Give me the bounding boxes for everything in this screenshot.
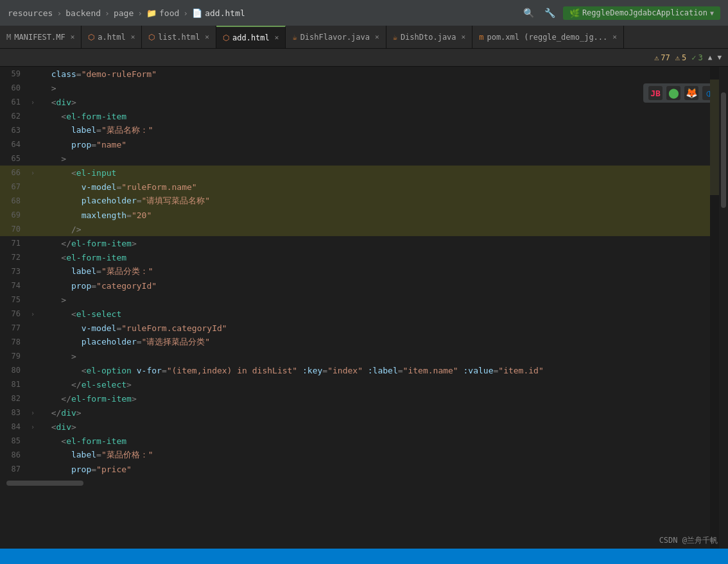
line-num-61: 61 bbox=[0, 98, 27, 107]
code-line-61: 61 › <div> bbox=[0, 95, 710, 109]
fold-61[interactable]: › bbox=[27, 99, 39, 106]
line-content-70: /> bbox=[39, 225, 710, 234]
line-num-65: 65 bbox=[0, 154, 27, 163]
code-line-81: 81 </el-select> bbox=[0, 377, 710, 391]
line-content-73: label="菜品分类：" bbox=[39, 266, 710, 277]
line-num-79: 79 bbox=[0, 352, 27, 361]
line-num-74: 74 bbox=[0, 281, 27, 290]
run-config-label: ReggleDemoJgdabcApplication bbox=[582, 8, 707, 17]
line-num-69: 69 bbox=[0, 210, 27, 219]
line-content-85: <el-form-item bbox=[39, 436, 710, 446]
fold-76[interactable]: › bbox=[27, 311, 39, 318]
code-line-73: 73 label="菜品分类：" bbox=[0, 264, 710, 278]
tab-dishflavor[interactable]: ☕ DishFlavor.java ✕ bbox=[286, 26, 386, 48]
line-content-59: class="demo-ruleForm" bbox=[39, 69, 710, 79]
tab-manifest[interactable]: M MANIFEST.MF ✕ bbox=[0, 26, 82, 48]
line-content-80: <el-option v-for="(item,index) in dishLi… bbox=[39, 366, 710, 375]
line-content-69: maxlength="20" bbox=[39, 210, 710, 220]
warning-green[interactable]: ✓ 3 bbox=[691, 53, 702, 62]
settings-icon[interactable]: 🔧 bbox=[542, 6, 558, 19]
expand-icon[interactable]: ▲ bbox=[708, 53, 713, 62]
fold-83[interactable]: › bbox=[27, 409, 39, 416]
line-content-71: </el-form-item> bbox=[39, 239, 710, 248]
line-content-65: > bbox=[39, 154, 710, 164]
line-content-77: v-model="ruleForm.categoryId" bbox=[39, 323, 710, 333]
tab-add-html[interactable]: ⬡ add.html ✕ bbox=[216, 26, 286, 48]
code-line-77: 77 v-model="ruleForm.categoryId" bbox=[0, 321, 710, 335]
tab-a-html-label: a.html bbox=[98, 33, 125, 42]
line-content-61: <div> bbox=[39, 98, 710, 107]
warning-triangle2: ⚠ bbox=[675, 53, 680, 62]
code-editor[interactable]: 59 class="demo-ruleForm" 60 > 61 › <div>… bbox=[0, 67, 728, 549]
line-num-71: 71 bbox=[0, 239, 27, 248]
tab-list-html-close[interactable]: ✕ bbox=[205, 33, 209, 41]
minimap bbox=[710, 67, 719, 549]
line-content-63: label="菜品名称：" bbox=[39, 124, 710, 136]
tab-list-html[interactable]: ⬡ list.html ✕ bbox=[142, 26, 216, 48]
tab-manifest-label: MANIFEST.MF bbox=[14, 33, 65, 42]
code-line-83: 83 › </div> bbox=[0, 406, 710, 420]
sep2: › bbox=[105, 8, 110, 18]
tab-dishflavor-close[interactable]: ✕ bbox=[375, 33, 379, 41]
tab-dishdto-close[interactable]: ✕ bbox=[462, 33, 466, 41]
line-content-78: placeholder="请选择菜品分类" bbox=[39, 336, 710, 348]
warning-count2: 5 bbox=[682, 53, 686, 62]
code-line-74: 74 prop="categoryId" bbox=[0, 278, 710, 293]
tab-a-html-icon: ⬡ bbox=[88, 33, 94, 42]
code-content-area[interactable]: 59 class="demo-ruleForm" 60 > 61 › <div>… bbox=[0, 67, 710, 549]
run-config[interactable]: 🌿 ReggleDemoJgdabcApplication ▼ bbox=[563, 6, 720, 20]
line-content-74: prop="categoryId" bbox=[39, 281, 710, 291]
warning-yellow1[interactable]: ⚠ 77 bbox=[654, 53, 670, 62]
tab-add-html-label: add.html bbox=[232, 33, 270, 42]
line-num-81: 81 bbox=[0, 380, 27, 389]
tab-pom-label: pom.xml (reggle_demo_jg... bbox=[487, 33, 607, 42]
hscroll-thumb[interactable] bbox=[6, 481, 83, 486]
toolbar-right: 🔍 🔧 🌿 ReggleDemoJgdabcApplication ▼ bbox=[521, 6, 720, 20]
csdn-text: CSDN @兰舟千帆 bbox=[659, 536, 718, 545]
tab-dishdto-icon: ☕ bbox=[393, 33, 397, 42]
tab-list-html-label: list.html bbox=[158, 33, 200, 42]
line-num-72: 72 bbox=[0, 253, 27, 262]
scrollbar-thumb[interactable] bbox=[721, 92, 726, 208]
tab-manifest-close[interactable]: ✕ bbox=[71, 33, 75, 41]
line-num-86: 86 bbox=[0, 450, 27, 459]
line-num-70: 70 bbox=[0, 225, 27, 234]
line-num-77: 77 bbox=[0, 323, 27, 332]
tab-dishdto-label: DishDto.java bbox=[401, 33, 456, 42]
breadcrumb-file: add.html bbox=[205, 8, 245, 18]
fold-84[interactable]: › bbox=[27, 423, 39, 431]
search-icon[interactable]: 🔍 bbox=[521, 6, 537, 19]
code-line-85: 85 <el-form-item bbox=[0, 434, 710, 448]
tab-a-html-close[interactable]: ✕ bbox=[131, 33, 135, 41]
line-content-66: <el-input bbox=[39, 168, 710, 178]
tab-pom-close[interactable]: ✕ bbox=[612, 33, 617, 41]
csdn-watermark: CSDN @兰舟千帆 bbox=[659, 535, 718, 546]
vertical-scrollbar[interactable] bbox=[719, 67, 728, 549]
warning-yellow2[interactable]: ⚠ 5 bbox=[675, 53, 686, 62]
breadcrumb: resources › backend › page › 📁 food › 📄 … bbox=[8, 8, 245, 18]
code-line-71: 71 </el-form-item> bbox=[0, 236, 710, 250]
code-line-65: 65 > bbox=[0, 151, 710, 166]
code-line-66: 66 › <el-input bbox=[0, 166, 710, 180]
tab-add-html-close[interactable]: ✕ bbox=[275, 33, 279, 42]
tab-dishdto[interactable]: ☕ DishDto.java ✕ bbox=[386, 26, 473, 48]
line-num-68: 68 bbox=[0, 196, 27, 205]
horizontal-scrollbar[interactable] bbox=[0, 479, 710, 488]
line-num-82: 82 bbox=[0, 394, 27, 403]
code-line-76: 76 › <el-select bbox=[0, 307, 710, 321]
tab-a-html[interactable]: ⬡ a.html ✕ bbox=[82, 26, 142, 48]
code-line-60: 60 > bbox=[0, 81, 710, 95]
line-num-64: 64 bbox=[0, 140, 27, 149]
collapse-icon[interactable]: ▼ bbox=[717, 53, 722, 62]
line-num-80: 80 bbox=[0, 366, 27, 375]
line-content-83: </div> bbox=[39, 408, 710, 418]
fold-66[interactable]: › bbox=[27, 169, 39, 176]
tab-list-html-icon: ⬡ bbox=[148, 33, 155, 42]
line-num-66: 66 bbox=[0, 168, 27, 177]
tab-dishflavor-icon: ☕ bbox=[292, 33, 297, 42]
line-content-79: > bbox=[39, 352, 710, 361]
title-bar: resources › backend › page › 📁 food › 📄 … bbox=[0, 0, 728, 26]
breadcrumb-food: food bbox=[159, 8, 179, 18]
tab-pom[interactable]: m pom.xml (reggle_demo_jg... ✕ bbox=[472, 26, 624, 48]
code-line-82: 82 </el-form-item> bbox=[0, 391, 710, 406]
